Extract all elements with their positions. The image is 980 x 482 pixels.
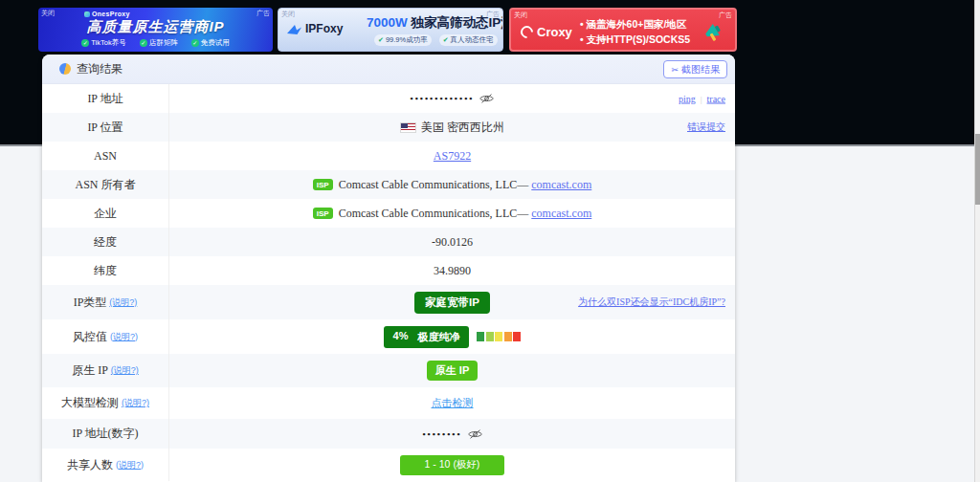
ad-label: 广告 [719,11,732,19]
row-label: IP 地址(数字) [42,419,169,449]
isp-badge: ISP [313,208,333,219]
why-idc-link[interactable]: 为什么双ISP还会显示“IDC机房IP”? [578,296,725,309]
location-text: 美国 密西西比州 [421,120,504,136]
table-row-company: 企业 ISP Comcast Cable Communications, LLC… [42,199,735,228]
hint-link[interactable]: (说明?) [122,397,149,409]
screenshot-result-button[interactable]: ✂ 截图结果 [663,60,727,78]
row-label: 企业 [42,199,169,228]
risk-scale-segment [477,332,484,341]
banner-close-button[interactable]: 关闭 [281,10,295,18]
banner-close-button[interactable]: 关闭 [514,11,527,19]
us-flag-icon [400,122,416,133]
row-value: 美国 密西西比州 错误提交 [169,113,735,142]
row-label: ASN [42,142,169,170]
risk-scale-segment [513,332,521,341]
row-label: 纬度 [42,256,169,285]
megaphone-icon [702,19,727,44]
isp-badge: ISP [313,179,333,190]
result-sphere-icon [59,63,71,75]
banner-feature: ✓免费试用 [191,38,230,48]
trace-link[interactable]: trace [707,94,725,104]
row-label: ASN 所有者 [42,170,169,199]
risk-percent: 4% [393,330,409,344]
table-row-latitude: 纬度 34.9890 [42,256,735,285]
hint-link[interactable]: (说明?) [116,459,144,471]
banner-feature: ✓TikTok养号 [81,38,125,48]
table-row-shared-users: 共享人数(说明?) 1 - 10 (极好) [42,449,735,481]
table-row-ip-number: IP 地址(数字) •••••••• [42,419,735,449]
row-value: ISP Comcast Cable Communications, LLC— c… [169,199,735,228]
hint-link[interactable]: (说明?) [111,364,139,377]
scissors-icon: ✂ [671,65,679,75]
ad-banner-onesproxy[interactable]: 关闭 广告 OnesProxy 高质量原生运营商IP ✓TikTok养号 ✓店群… [38,8,273,52]
eye-off-icon[interactable] [479,93,494,104]
page-scrollbar[interactable] [974,0,980,482]
masked-ip-number: •••••••• [422,429,461,439]
row-value: 原生 IP [169,354,735,387]
row-label: 经度 [42,228,169,256]
check-icon: ✔ [378,36,384,44]
comcast-link[interactable]: comcast.com [531,207,591,221]
row-value: 1 - 10 (极好) [169,449,735,481]
eye-off-icon[interactable] [468,428,482,440]
check-icon: ✔ [443,36,449,44]
native-ip-badge: 原生 IP [427,361,478,381]
ipfoxy-logo: IPFoxy [286,22,343,35]
risk-scale-bar [477,332,521,341]
table-row-asn: ASN AS7922 [42,142,735,170]
row-label: 风控值(说明?) [42,319,169,354]
risk-scale-segment [495,332,502,341]
error-report-link[interactable]: 错误提交 [687,120,725,134]
row-label: 大模型检测(说明?) [42,387,169,419]
row-value: AS7922 [169,142,735,170]
banner-feature-list: ✓TikTok养号 ✓店群矩阵 ✓免费试用 [38,38,273,48]
click-detect-link[interactable]: 点击检测 [432,396,474,410]
comcast-link[interactable]: comcast.com [531,178,591,192]
risk-scale-segment [504,332,512,341]
banner-feature: ✔真人动态住宅 [439,34,498,46]
shared-users-badge: 1 - 10 (极好) [400,455,505,475]
risk-text: 极度纯净 [417,330,459,344]
result-table: IP 地址 ••••••••••••• ping | trace IP 位置 美… [42,84,735,481]
table-row-risk-score: 风控值(说明?) 4% 极度纯净 [42,319,735,354]
ad-banner-ipfoxy[interactable]: 关闭 广告 IPFoxy 7000W 独家高筛动态IP池 ✔99.9%成功率 ✔… [278,8,503,52]
check-icon: ✓ [191,39,199,47]
link-divider: | [701,94,702,103]
row-label: 共享人数(说明?) [42,449,169,481]
row-label: IP 位置 [42,113,169,142]
banner-headline: 7000W 独家高筛动态IP池 [367,14,503,32]
ad-label: 广告 [256,9,270,17]
banner-bullet: 支持HTTP(S)/SOCKS5 [580,32,690,47]
banner-feature: ✓店群矩阵 [140,38,178,48]
row-value: ••••••••••••• ping | trace [169,84,735,113]
masked-ip-value: ••••••••••••• [411,94,475,103]
table-row-asn-owner: ASN 所有者 ISP Comcast Cable Communications… [42,170,735,199]
banner-feature-list: ✔99.9%成功率 ✔真人动态住宅 [374,34,498,46]
table-row-ip-location: IP 位置 美国 密西西比州 错误提交 [42,113,735,142]
asn-link[interactable]: AS7922 [434,149,471,164]
table-row-longitude: 经度 -90.0126 [42,228,735,256]
owner-text: Comcast Cable Communications, LLC— [339,178,529,192]
onesproxy-brand: OnesProxy [84,11,130,17]
croxy-c-icon [518,23,535,40]
scrollbar-thumb[interactable] [975,134,980,205]
ad-label: 广告 [486,10,500,18]
banner-bullet-list: 涵盖海外60+国家/地区 支持HTTP(S)/SOCKS5 [580,16,690,47]
check-icon: ✓ [140,39,147,47]
row-value: 点击检测 [169,387,735,419]
onesproxy-logo-icon [84,11,90,17]
banner-close-button[interactable]: 关闭 [41,9,55,17]
hint-link[interactable]: (说明?) [110,331,138,343]
longitude-value: -90.0126 [432,235,473,250]
hint-link[interactable]: (说明?) [109,296,137,309]
banner-feature: ✔99.9%成功率 [374,34,432,46]
row-value: -90.0126 [169,228,735,256]
ping-link[interactable]: ping [679,94,696,104]
panel-title: 查询结果 [77,61,122,77]
row-label: 原生 IP(说明?) [42,354,169,387]
ad-banner-croxy[interactable]: 关闭 广告 Croxy 涵盖海外60+国家/地区 支持HTTP(S)/SOCKS… [509,8,737,52]
row-value: 家庭宽带IP 为什么双ISP还会显示“IDC机房IP”? [169,285,735,319]
table-row-native-ip: 原生 IP(说明?) 原生 IP [42,354,735,387]
row-value: •••••••• [169,419,735,449]
row-label: IP 地址 [42,84,169,113]
